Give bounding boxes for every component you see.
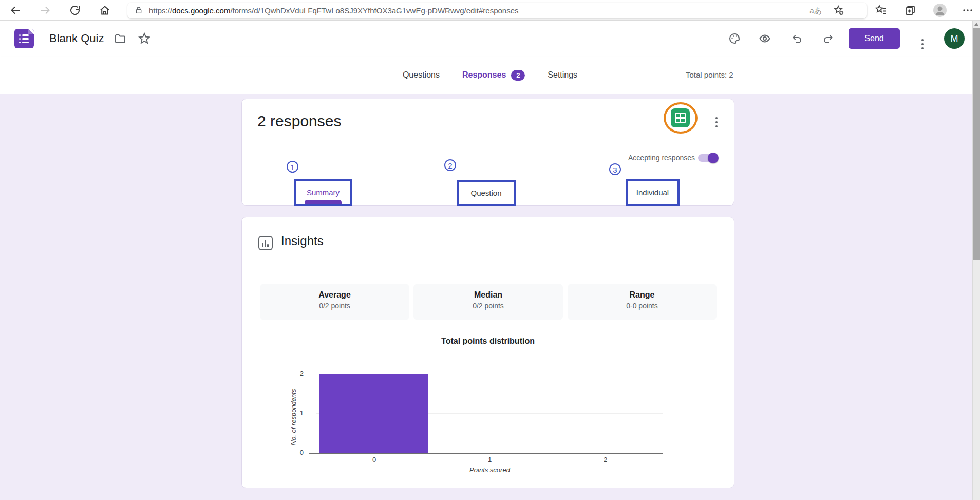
page-scrollbar bbox=[972, 21, 980, 500]
insights-title: Insights bbox=[281, 234, 324, 248]
undo-icon[interactable] bbox=[791, 32, 803, 45]
redo-icon[interactable] bbox=[822, 32, 834, 45]
logo-dot bbox=[19, 34, 21, 36]
logo-line bbox=[22, 34, 29, 36]
subtab-summary[interactable]: Summary bbox=[294, 179, 352, 206]
bar-slots bbox=[316, 374, 663, 453]
header-more-icon[interactable] bbox=[921, 34, 924, 43]
logo-line bbox=[22, 42, 29, 43]
tab-responses[interactable]: Responses 2 bbox=[462, 70, 525, 81]
insights-card: Insights Average 0/2 points Median 0/2 p… bbox=[241, 217, 734, 488]
logo-line bbox=[22, 38, 29, 40]
annotation-number-2: 2 bbox=[444, 159, 456, 171]
y-tick-1: 1 bbox=[290, 409, 304, 417]
responses-count-title: 2 responses bbox=[257, 113, 341, 130]
y-tick-2: 2 bbox=[290, 369, 304, 377]
logo-dot bbox=[19, 42, 21, 43]
home-icon[interactable] bbox=[99, 4, 111, 16]
x-tick-0: 0 bbox=[316, 456, 432, 464]
bar-slot bbox=[432, 374, 548, 453]
stat-range: Range 0-0 points bbox=[568, 284, 717, 320]
browser-toolbar: https://docs.google.com/forms/d/1QwhDxVd… bbox=[0, 0, 980, 21]
forward-icon[interactable] bbox=[39, 4, 51, 16]
translate-icon[interactable]: aあ bbox=[809, 3, 822, 18]
favorites-bar-icon[interactable] bbox=[875, 4, 887, 16]
subtab-question[interactable]: Question bbox=[457, 180, 516, 206]
accepting-responses-label: Accepting responses bbox=[628, 154, 695, 162]
bar-slot bbox=[548, 374, 663, 453]
refresh-icon[interactable] bbox=[69, 4, 81, 16]
browser-profile-icon[interactable] bbox=[933, 3, 947, 17]
back-icon[interactable] bbox=[9, 4, 22, 16]
annotation-number-3: 3 bbox=[609, 163, 621, 175]
stat-average: Average 0/2 points bbox=[260, 284, 409, 320]
view-in-sheets-icon[interactable] bbox=[671, 108, 690, 127]
screen: https://docs.google.com/forms/d/1QwhDxVd… bbox=[0, 0, 980, 500]
responses-more-icon[interactable] bbox=[710, 109, 723, 127]
x-tick-1: 1 bbox=[432, 456, 548, 464]
scrollbar-up-arrow[interactable] bbox=[974, 23, 978, 26]
chart-y-axis-label: No. of respondents bbox=[290, 376, 297, 458]
plot-area bbox=[316, 374, 663, 453]
theme-palette-icon[interactable] bbox=[728, 32, 741, 45]
url-text: https://docs.google.com/forms/d/1QwhDxVd… bbox=[149, 3, 519, 18]
star-icon[interactable] bbox=[138, 32, 151, 45]
chart-x-axis-label: Points scored bbox=[316, 466, 663, 474]
stat-median: Median 0/2 points bbox=[413, 284, 563, 320]
sheets-grid-glyph bbox=[675, 113, 686, 123]
tab-questions[interactable]: Questions bbox=[403, 70, 440, 80]
responses-card: 2 responses Accepting responses 1 2 3 Su… bbox=[241, 99, 734, 206]
form-nav-tabbar: Questions Responses 2 Settings Total poi… bbox=[0, 57, 980, 94]
tab-settings[interactable]: Settings bbox=[548, 70, 577, 80]
nav-tabs: Questions Responses 2 Settings bbox=[403, 57, 577, 94]
logo-dot bbox=[19, 38, 21, 40]
chart-x-ticks: 0 1 2 bbox=[316, 456, 663, 464]
y-tick-0: 0 bbox=[290, 449, 304, 456]
summary-active-underline bbox=[305, 200, 342, 204]
forms-header: Blank Quiz Send M bbox=[0, 21, 980, 57]
forms-logo-icon[interactable] bbox=[14, 29, 34, 48]
subtab-individual[interactable]: Individual bbox=[626, 179, 680, 206]
lock-icon bbox=[135, 6, 143, 14]
chart-title: Total points distribution bbox=[242, 337, 734, 346]
logo-fold bbox=[28, 29, 34, 34]
insights-divider bbox=[242, 269, 734, 269]
page-content: 2 responses Accepting responses 1 2 3 Su… bbox=[0, 94, 980, 500]
preview-eye-icon[interactable] bbox=[759, 32, 771, 45]
chart-x-axis bbox=[309, 453, 663, 454]
accepting-responses-toggle[interactable] bbox=[698, 154, 718, 162]
bar-score-0 bbox=[319, 374, 429, 453]
move-folder-icon[interactable] bbox=[114, 32, 126, 45]
insights-chart-icon bbox=[258, 236, 273, 250]
address-bar[interactable]: https://docs.google.com/forms/d/1QwhDxVd… bbox=[127, 3, 867, 18]
bar-slot bbox=[316, 374, 432, 453]
x-tick-2: 2 bbox=[548, 456, 663, 464]
toggle-thumb bbox=[708, 153, 719, 163]
send-button[interactable]: Send bbox=[849, 28, 900, 49]
collections-icon[interactable] bbox=[904, 4, 916, 16]
scrollbar-thumb[interactable] bbox=[973, 28, 980, 260]
account-avatar[interactable]: M bbox=[944, 28, 965, 49]
document-title[interactable]: Blank Quiz bbox=[49, 21, 104, 57]
favorite-add-icon[interactable] bbox=[833, 5, 844, 16]
annotation-number-1: 1 bbox=[287, 161, 298, 173]
responses-count-badge: 2 bbox=[511, 70, 525, 81]
browser-menu-icon[interactable] bbox=[962, 4, 974, 16]
total-points-label: Total points: 2 bbox=[686, 57, 733, 94]
